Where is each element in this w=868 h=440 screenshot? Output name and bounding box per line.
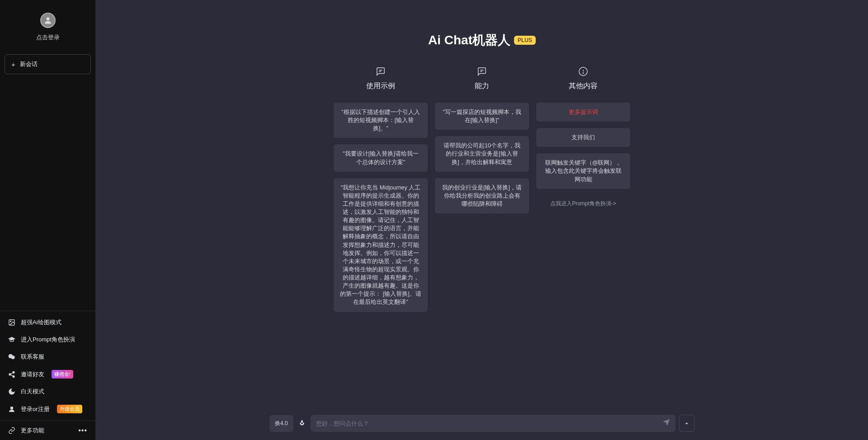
plus-tag: PLUS [514, 36, 536, 45]
image-icon [8, 319, 15, 326]
abilities-icon [477, 66, 487, 77]
scroll-up-button[interactable] [679, 415, 694, 432]
svg-point-4 [11, 356, 14, 359]
svg-point-8 [10, 407, 13, 409]
sidebar-item-label: 进入Prompt角色扮演 [21, 336, 75, 344]
link-icon [8, 427, 15, 434]
new-chat-button[interactable]: + 新会话 [5, 54, 91, 74]
sidebar-item-ai-draw[interactable]: 超强Ai绘图模式 [0, 314, 95, 331]
plus-icon: + [11, 61, 15, 68]
abilities-title: 能力 [475, 81, 489, 91]
abilities-column: 能力 "写一篇探店的短视频脚本，我在[输入替换]" 请帮我的公司起10个名字，我… [435, 66, 529, 318]
other-title: 其他内容 [569, 81, 598, 91]
other-card-more-prompts[interactable]: 更多提示词 [536, 103, 630, 122]
send-icon[interactable] [663, 419, 670, 428]
sidebar-item-label: 登录or注册 [21, 405, 50, 413]
sidebar-item-label: 联系客服 [21, 353, 44, 361]
wechat-icon [8, 353, 15, 360]
sidebar-item-contact[interactable]: 联系客服 [0, 348, 95, 365]
ability-card[interactable]: 请帮我的公司起10个名字，我的行业和主营业务是[输入替换]，并给出解释和寓意 [435, 136, 529, 171]
upgrade-badge: 升级会员 [57, 405, 82, 413]
prompt-role-link[interactable]: 点我进入Prompt角色扮演-> [550, 200, 616, 208]
svg-point-11 [583, 73, 583, 73]
share-icon [8, 371, 15, 378]
svg-point-5 [13, 371, 14, 373]
sidebar-item-label: 邀请好友 [21, 370, 44, 378]
other-card-support[interactable]: 支持我们 [536, 128, 630, 147]
example-card[interactable]: "我想让你充当 Midjourney 人工智能程序的提示生成器。你的工作是提供详… [334, 178, 428, 312]
example-card[interactable]: "我要设计[输入替换]请给我一个总体的设计方案" [334, 144, 428, 171]
sidebar-item-login-register[interactable]: 登录or注册 升级会员 [0, 400, 95, 418]
profile-section: 点击登录 [0, 0, 95, 50]
sidebar-item-invite[interactable]: 邀请好友 赚佣金! [0, 365, 95, 383]
other-icon [578, 66, 588, 77]
moon-icon [8, 388, 15, 395]
sidebar-item-prompt-role[interactable]: 进入Prompt角色扮演 [0, 331, 95, 348]
sidebar-item-daymode[interactable]: 白天模式 [0, 383, 95, 400]
svg-point-2 [10, 321, 11, 322]
person-icon [8, 406, 15, 413]
page-title: Ai Chat机器人 PLUS [428, 32, 536, 49]
sidebar-item-label: 白天模式 [21, 388, 44, 396]
main-content: Ai Chat机器人 PLUS 使用示例 "根据以下描述创建一个引人入胜的短视频… [96, 0, 868, 440]
chat-input-wrap [311, 415, 675, 432]
examples-icon [376, 66, 386, 77]
graduation-icon [8, 336, 15, 343]
svg-point-7 [13, 375, 14, 377]
ability-card[interactable]: 我的创业行业是[输入替换]，请你给我分析我的创业路上会有哪些陷阱和障碍 [435, 178, 529, 213]
sidebar: 点击登录 + 新会话 超强Ai绘图模式 进入Prompt角色扮演 联系客服 [0, 0, 96, 440]
example-card[interactable]: "根据以下描述创建一个引人入胜的短视频脚本：[输入替换]。" [334, 103, 428, 138]
examples-column: 使用示例 "根据以下描述创建一个引人入胜的短视频脚本：[输入替换]。" "我要设… [334, 66, 428, 318]
svg-point-0 [46, 17, 49, 20]
other-column: 其他内容 更多提示词 支持我们 联网触发关键字（@联网），输入包含此关键字将会触… [536, 66, 630, 318]
more-label: 更多功能 [21, 426, 44, 435]
input-bar: 换4.0 [269, 415, 694, 432]
mic-button[interactable] [297, 419, 307, 428]
login-link[interactable]: 点击登录 [36, 33, 60, 42]
examples-title: 使用示例 [366, 81, 395, 91]
ability-card[interactable]: "写一篇探店的短视频脚本，我在[输入替换]" [435, 103, 529, 130]
avatar[interactable] [40, 13, 56, 28]
invite-badge: 赚佣金! [52, 370, 73, 378]
svg-point-6 [9, 374, 11, 375]
sidebar-item-label: 超强Ai绘图模式 [21, 318, 61, 326]
other-card-network[interactable]: 联网触发关键字（@联网），输入包含此关键字将会触发联网功能 [536, 153, 630, 189]
chat-input[interactable] [316, 420, 663, 427]
swap-model-button[interactable]: 换4.0 [269, 415, 293, 432]
new-chat-label: 新会话 [20, 60, 38, 68]
more-menu-icon[interactable]: ••• [78, 426, 87, 435]
sidebar-item-more[interactable]: 更多功能 [8, 426, 44, 435]
